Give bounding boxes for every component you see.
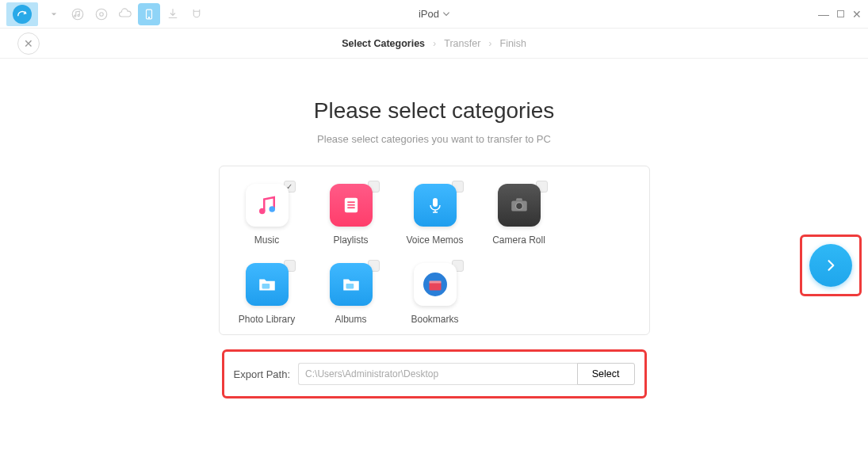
svg-rect-15 <box>346 284 354 289</box>
cloud-icon[interactable] <box>114 3 136 25</box>
svg-rect-14 <box>262 284 270 289</box>
playlists-icon <box>330 184 373 227</box>
chevron-right-icon: › <box>488 38 491 49</box>
page-subtitle: Please select categories you want to tra… <box>0 133 868 145</box>
svg-point-2 <box>100 12 104 16</box>
dropdown-icon[interactable] <box>43 3 65 25</box>
svg-rect-18 <box>429 281 441 284</box>
category-label: Music <box>254 234 279 246</box>
device-selector[interactable]: iPod <box>419 8 449 20</box>
close-icon[interactable]: ✕ <box>17 32 40 55</box>
category-label: Bookmarks <box>411 314 458 325</box>
categories-grid: ✓ Music Playlists Voice Memos <box>219 166 650 335</box>
app-toolbar: iPod — ✕ <box>0 0 868 29</box>
category-albums[interactable]: Albums <box>315 263 388 325</box>
category-camera-roll[interactable]: Camera Roll <box>483 184 556 246</box>
download-icon[interactable] <box>162 3 184 25</box>
backup-icon[interactable] <box>90 3 113 25</box>
category-playlists[interactable]: Playlists <box>315 184 388 246</box>
category-label: Camera Roll <box>492 234 545 246</box>
bookmarks-icon <box>414 263 457 306</box>
toolbar-left <box>6 2 208 26</box>
music-icon <box>246 184 289 227</box>
ringtone-icon[interactable] <box>185 3 208 25</box>
main-content: Please select categories Please select c… <box>0 59 868 398</box>
close-window-button[interactable]: ✕ <box>852 8 862 21</box>
svg-point-13 <box>515 203 522 210</box>
svg-rect-11 <box>433 198 438 207</box>
category-photo-library[interactable]: Photo Library <box>231 263 304 325</box>
export-path-input[interactable] <box>298 363 577 385</box>
albums-icon <box>330 263 373 306</box>
category-label: Voice Memos <box>406 234 463 246</box>
export-path-label: Export Path: <box>234 368 291 380</box>
svg-point-4 <box>148 17 149 17</box>
category-label: Albums <box>335 314 366 325</box>
app-logo[interactable] <box>6 2 38 26</box>
svg-point-6 <box>269 206 275 212</box>
device-name: iPod <box>419 8 439 20</box>
chevron-right-icon: › <box>433 38 436 49</box>
next-button-highlight <box>800 234 862 296</box>
category-music[interactable]: ✓ Music <box>231 184 304 246</box>
select-path-button[interactable]: Select <box>577 363 635 385</box>
breadcrumb: Select Categories › Transfer › Finish <box>342 38 526 49</box>
next-button[interactable] <box>809 244 852 287</box>
itunes-icon[interactable] <box>67 3 89 25</box>
window-controls: — ✕ <box>818 8 862 21</box>
export-path-row: Export Path: Select <box>222 349 647 398</box>
photo-library-icon <box>246 263 289 306</box>
svg-point-0 <box>72 9 83 20</box>
svg-point-5 <box>259 208 266 215</box>
category-label: Photo Library <box>239 314 295 325</box>
subheader: ✕ Select Categories › Transfer › Finish <box>0 29 868 59</box>
breadcrumb-step-1: Select Categories <box>342 38 425 49</box>
camera-icon <box>498 184 541 227</box>
breadcrumb-step-2: Transfer <box>444 38 480 49</box>
svg-rect-9 <box>347 204 354 206</box>
category-bookmarks[interactable]: Bookmarks <box>399 263 472 325</box>
category-voice-memos[interactable]: Voice Memos <box>399 184 472 246</box>
minimize-button[interactable]: — <box>818 8 829 21</box>
device-icon[interactable] <box>138 3 160 25</box>
svg-point-1 <box>96 9 107 20</box>
breadcrumb-step-3: Finish <box>500 38 526 49</box>
chevron-right-icon <box>823 257 839 273</box>
category-label: Playlists <box>333 234 368 246</box>
svg-rect-8 <box>347 201 354 203</box>
svg-rect-10 <box>347 207 354 208</box>
maximize-button[interactable] <box>837 10 844 17</box>
voice-memos-icon <box>414 184 457 227</box>
page-title: Please select categories <box>0 98 868 124</box>
